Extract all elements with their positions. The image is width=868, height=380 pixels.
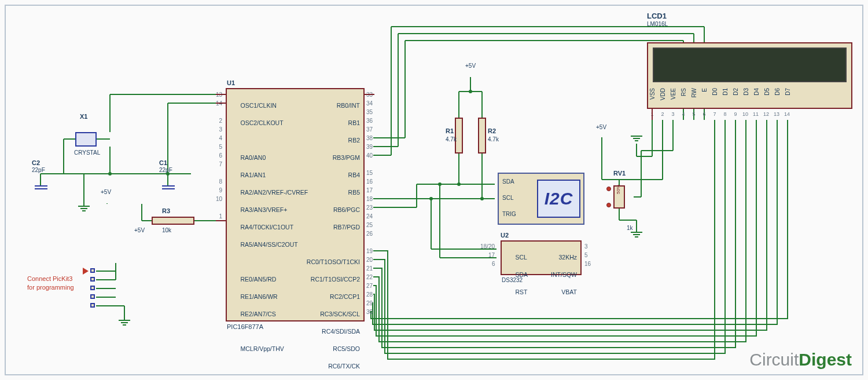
rtc-part: DS3232 xyxy=(502,277,523,283)
mcu-right-nums: 33 34 35 36 37 38 39 40 15 16 17 18 23 2… xyxy=(366,90,373,316)
junction xyxy=(438,182,442,186)
r2-val: 4.7k xyxy=(488,136,499,142)
header-pin xyxy=(90,268,95,273)
mcu-part: PIC16F877A xyxy=(227,323,263,330)
r3-val: 10k xyxy=(162,227,171,233)
pickit-note-2: for programming xyxy=(27,284,74,291)
mcu-right-pins: RB0/INT RB1 RB2 RB3/PGM RB4 RB5 RB6/PGC … xyxy=(296,93,360,380)
header-pin xyxy=(90,303,95,308)
lcd-ref: LCD1 xyxy=(647,12,667,20)
c1-val: 22pF xyxy=(159,167,172,173)
vcc-arrow-icon xyxy=(466,71,475,77)
gnd-icon xyxy=(78,206,90,213)
junction xyxy=(457,182,461,186)
vcc-arrow-icon xyxy=(138,197,146,203)
vcc-label-3: +5V xyxy=(465,63,476,69)
r3-ref: R3 xyxy=(162,207,170,214)
brand-logo: CircuitDigest xyxy=(749,350,852,370)
r1-val: 4.7k xyxy=(446,136,457,142)
gnd-icon xyxy=(631,136,642,142)
pot-rv1: 50% xyxy=(613,185,625,209)
pot-ref: RV1 xyxy=(613,170,626,177)
sim-arrow-icon xyxy=(83,268,89,275)
c2-val: 22pF xyxy=(32,167,45,173)
c2-ref: C2 xyxy=(32,159,40,166)
pot-terminal xyxy=(606,187,611,191)
lcd-part: LM016L xyxy=(647,21,668,27)
schematic-canvas: U1 OSC1/CLKIN OSC2/CLKOUT RA0/AN0 RA1/AN… xyxy=(0,0,868,380)
vcc-label-lcd: +5V xyxy=(596,124,606,130)
vcc-arrow-icon xyxy=(112,256,120,262)
gnd-icon xyxy=(119,320,130,327)
header-pin xyxy=(90,294,95,299)
cap-c2 xyxy=(35,185,47,189)
mcu-pic16f877a: OSC1/CLKIN OSC2/CLKOUT RA0/AN0 RA1/AN1 R… xyxy=(226,88,365,321)
mcu-ref: U1 xyxy=(227,79,235,86)
c1-ref: C1 xyxy=(159,159,167,166)
vcc-label-2: +5V xyxy=(134,227,145,233)
gnd-icon xyxy=(631,232,642,239)
resistor-r1 xyxy=(455,118,463,154)
vcc-arrow-icon xyxy=(103,197,111,203)
header-pin xyxy=(90,277,95,282)
pickit-note-1: Connect PicKit3 xyxy=(27,275,72,282)
resistor-r3 xyxy=(152,217,194,225)
mcu-left-nums: 13 14 2 3 4 5 6 7 8 9 10 1 xyxy=(216,90,222,221)
cap-c1 xyxy=(162,185,175,189)
crystal-ref: X1 xyxy=(80,113,87,120)
r2-ref: R2 xyxy=(488,127,496,134)
junction xyxy=(429,197,433,200)
junction xyxy=(480,197,484,200)
i2c-label: I2C xyxy=(537,180,580,218)
junction xyxy=(108,172,112,176)
pot-val: 1k xyxy=(627,225,633,231)
junction xyxy=(469,90,472,93)
crystal xyxy=(75,132,97,147)
pot-terminal xyxy=(606,203,611,207)
vcc-label-1: +5V xyxy=(101,189,111,195)
header-pin xyxy=(90,286,95,290)
r1-ref: R1 xyxy=(446,127,454,134)
vcc-arrow-icon xyxy=(598,131,606,137)
rtc-ref: U2 xyxy=(501,232,509,239)
lcd-screen xyxy=(653,48,847,82)
crystal-type: CRYSTAL xyxy=(74,149,100,156)
resistor-r2 xyxy=(478,118,486,154)
rtc-ds3232: SCL SDA RST 32KHz INT/SQW VBAT xyxy=(501,240,582,275)
